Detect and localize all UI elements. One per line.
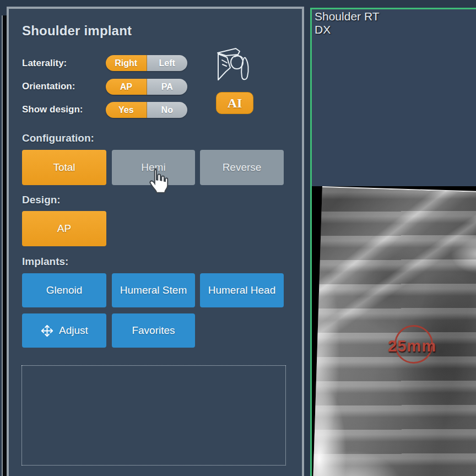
ai-button[interactable]: AI [216, 92, 253, 114]
series-label-line1: Shoulder RT [315, 10, 380, 23]
radiograph [312, 186, 476, 476]
laterality-option-left[interactable]: Left [147, 55, 188, 71]
orientation-option-pa[interactable]: PA [147, 79, 188, 95]
move-icon [40, 324, 54, 338]
laterality-option-right[interactable]: Right [106, 55, 147, 71]
panel-title: Shoulder implant [22, 23, 132, 39]
orientation-option-ap[interactable]: AP [106, 79, 147, 95]
implant-panel: Shoulder implant Laterality: Right Left … [7, 7, 304, 476]
template-placeholder-box [21, 365, 286, 466]
design-label: Design: [22, 194, 61, 206]
show-design-option-yes[interactable]: Yes [106, 102, 147, 118]
adjust-button-label: Adjust [59, 324, 88, 337]
app-root: Shoulder implant Laterality: Right Left … [0, 0, 476, 476]
left-edge-gutter [3, 15, 7, 476]
xray-image-area: 25mm [312, 186, 476, 476]
series-label-line2: DX [315, 23, 380, 36]
ap-design-button[interactable]: AP [22, 211, 106, 246]
series-label: Shoulder RT DX [315, 10, 380, 36]
humeral-head-button[interactable]: Humeral Head [200, 273, 284, 307]
adjust-button[interactable]: Adjust [22, 313, 106, 348]
show-design-label: Show design: [22, 104, 83, 115]
xray-viewport[interactable]: Shoulder RT DX 25mm [310, 8, 476, 476]
orientation-toggle: AP PA [106, 79, 187, 95]
glenoid-button[interactable]: Glenoid [22, 273, 106, 307]
laterality-toggle: Right Left [106, 55, 187, 71]
left-edge-strip [0, 0, 7, 476]
favorites-button[interactable]: Favorites [112, 313, 195, 348]
implants-label: Implants: [22, 256, 68, 268]
shoulder-xray-icon [214, 46, 256, 89]
laterality-label: Laterality: [22, 58, 67, 69]
show-design-toggle: Yes No [106, 102, 187, 118]
configuration-label: Configuration: [22, 132, 94, 144]
show-design-option-no[interactable]: No [147, 102, 188, 118]
xray-viewer: Shoulder RT DX 25mm [306, 0, 476, 476]
orientation-label: Orientation: [22, 81, 75, 92]
hemi-button[interactable]: Hemi [112, 150, 195, 185]
total-button[interactable]: Total [22, 150, 106, 185]
reverse-button[interactable]: Reverse [200, 150, 284, 185]
humeral-stem-button[interactable]: Humeral Stem [112, 273, 195, 307]
